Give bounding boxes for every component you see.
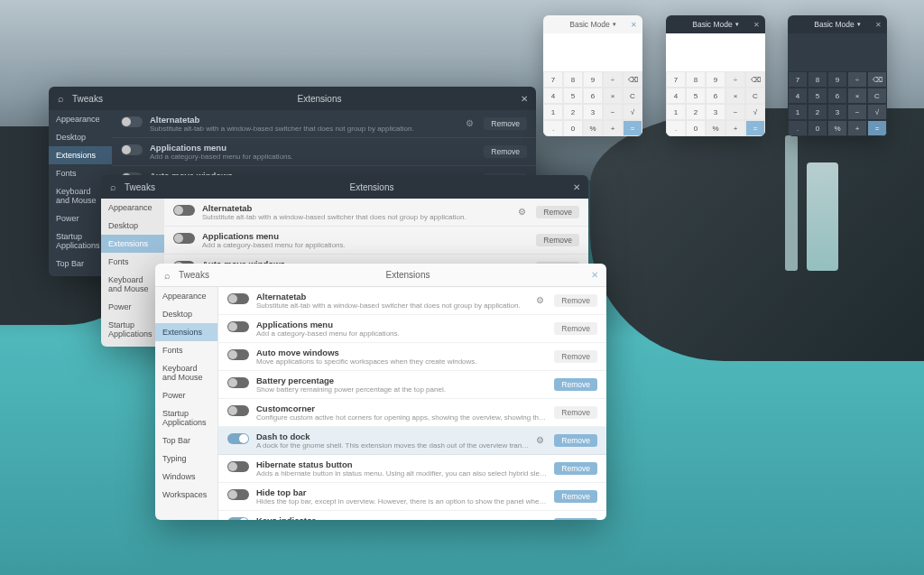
sidebar-item-extensions[interactable]: Extensions — [101, 235, 164, 253]
calc-key-divide[interactable]: ÷ — [603, 71, 623, 88]
mode-label[interactable]: Basic Mode — [692, 20, 732, 29]
calc-key-multiply[interactable]: × — [603, 88, 623, 104]
search-icon[interactable]: ⌕ — [155, 270, 179, 281]
remove-button[interactable]: Remove — [554, 322, 597, 335]
calc-key-multiply[interactable]: × — [725, 88, 745, 104]
calc-key-sqrt[interactable]: √ — [867, 104, 887, 120]
toggle-switch[interactable] — [121, 144, 143, 155]
calc-key-9[interactable]: 9 — [827, 71, 847, 88]
calc-key-minus[interactable]: − — [725, 104, 745, 120]
calc-key-5[interactable]: 5 — [686, 88, 706, 104]
calc-key-4[interactable]: 4 — [666, 88, 686, 104]
sidebar-item-windows[interactable]: Windows — [155, 468, 217, 486]
calc-key-clear[interactable]: C — [623, 88, 642, 104]
calc-key-3[interactable]: 3 — [827, 104, 847, 120]
calc-key-percent[interactable]: % — [706, 120, 725, 136]
remove-button[interactable]: Remove — [554, 462, 597, 475]
calc-key-equals[interactable]: = — [867, 120, 887, 136]
mode-label[interactable]: Basic Mode — [569, 20, 609, 29]
sidebar-item-typing[interactable]: Typing — [155, 450, 217, 468]
chevron-down-icon[interactable]: ▾ — [613, 21, 616, 28]
calc-key-8[interactable]: 8 — [808, 71, 827, 88]
calc-key-backspace[interactable]: ⌫ — [745, 71, 765, 88]
sidebar-item-power[interactable]: Power — [155, 386, 217, 404]
close-icon[interactable]: ✕ — [875, 21, 882, 29]
calc-key-2[interactable]: 2 — [686, 104, 706, 120]
calc-key-equals[interactable]: = — [745, 120, 765, 136]
calc-key-0[interactable]: 0 — [563, 120, 583, 136]
calc-key-dot[interactable]: . — [666, 120, 686, 136]
chevron-down-icon[interactable]: ▾ — [857, 21, 861, 28]
sidebar-item-keyboard-and-mouse[interactable]: Keyboard and Mouse — [155, 359, 217, 386]
sidebar-item-appearance[interactable]: Appearance — [155, 287, 217, 305]
calc-key-1[interactable]: 1 — [666, 104, 686, 120]
remove-button[interactable]: Remove — [484, 117, 527, 130]
calc-key-9[interactable]: 9 — [583, 71, 603, 88]
toggle-switch[interactable] — [173, 205, 195, 216]
toggle-switch[interactable] — [227, 293, 249, 304]
calc-key-backspace[interactable]: ⌫ — [623, 71, 642, 88]
remove-button[interactable]: Remove — [484, 145, 527, 158]
toggle-switch[interactable] — [227, 489, 249, 500]
remove-button[interactable]: Remove — [554, 378, 597, 391]
calc-key-7[interactable]: 7 — [666, 71, 686, 88]
close-icon[interactable]: ✕ — [753, 21, 760, 29]
calc-key-3[interactable]: 3 — [583, 104, 603, 120]
chevron-down-icon[interactable]: ▾ — [735, 21, 739, 28]
calc-key-1[interactable]: 1 — [788, 104, 808, 120]
sidebar-item-fonts[interactable]: Fonts — [155, 341, 217, 359]
toggle-switch[interactable] — [227, 405, 249, 416]
calc-key-equals[interactable]: = — [623, 120, 642, 136]
calc-key-8[interactable]: 8 — [686, 71, 706, 88]
calc-key-clear[interactable]: C — [867, 88, 887, 104]
calc-key-6[interactable]: 6 — [827, 88, 847, 104]
calc-key-1[interactable]: 1 — [543, 104, 563, 120]
sidebar-item-desktop[interactable]: Desktop — [101, 217, 164, 235]
calc-key-divide[interactable]: ÷ — [847, 71, 867, 88]
calc-key-percent[interactable]: % — [827, 120, 847, 136]
remove-button[interactable]: Remove — [554, 294, 597, 307]
calc-key-4[interactable]: 4 — [543, 88, 563, 104]
calc-key-backspace[interactable]: ⌫ — [867, 71, 887, 88]
gear-icon[interactable]: ⚙ — [466, 118, 476, 129]
calc-key-5[interactable]: 5 — [563, 88, 583, 104]
calc-key-6[interactable]: 6 — [706, 88, 725, 104]
toggle-switch[interactable] — [227, 349, 249, 360]
close-icon[interactable]: ✕ — [513, 94, 536, 104]
sidebar-item-appearance[interactable]: Appearance — [101, 199, 164, 217]
calc-key-5[interactable]: 5 — [808, 88, 827, 104]
calc-key-4[interactable]: 4 — [788, 88, 808, 104]
remove-button[interactable]: Remove — [554, 350, 597, 363]
calc-key-3[interactable]: 3 — [706, 104, 725, 120]
toggle-switch[interactable] — [227, 433, 249, 444]
calc-key-minus[interactable]: − — [603, 104, 623, 120]
remove-button[interactable]: Remove — [554, 434, 597, 447]
gear-icon[interactable]: ⚙ — [536, 295, 547, 306]
sidebar-item-startup-applications[interactable]: Startup Applications — [155, 404, 217, 431]
gear-icon[interactable]: ⚙ — [518, 207, 529, 218]
search-icon[interactable]: ⌕ — [49, 93, 72, 104]
remove-button[interactable]: Remove — [536, 234, 579, 246]
sidebar-item-appearance[interactable]: Appearance — [49, 110, 112, 128]
remove-button[interactable]: Remove — [536, 206, 579, 218]
calc-key-6[interactable]: 6 — [583, 88, 603, 104]
calc-key-sqrt[interactable]: √ — [745, 104, 765, 120]
calc-key-8[interactable]: 8 — [563, 71, 583, 88]
calc-key-plus[interactable]: + — [847, 120, 867, 136]
calc-key-9[interactable]: 9 — [706, 71, 725, 88]
mode-label[interactable]: Basic Mode — [814, 20, 854, 29]
sidebar-item-extensions[interactable]: Extensions — [155, 323, 217, 341]
calc-key-0[interactable]: 0 — [686, 120, 706, 136]
calc-key-7[interactable]: 7 — [543, 71, 563, 88]
calc-key-dot[interactable]: . — [543, 120, 563, 136]
calc-key-plus[interactable]: + — [603, 120, 623, 136]
toggle-switch[interactable] — [121, 116, 143, 127]
sidebar-item-desktop[interactable]: Desktop — [155, 305, 217, 323]
close-icon[interactable]: ✕ — [631, 21, 637, 29]
calc-key-2[interactable]: 2 — [808, 104, 827, 120]
toggle-switch[interactable] — [227, 321, 249, 332]
toggle-switch[interactable] — [227, 461, 249, 472]
calc-key-divide[interactable]: ÷ — [725, 71, 745, 88]
gear-icon[interactable]: ⚙ — [536, 435, 547, 446]
calc-key-dot[interactable]: . — [788, 120, 808, 136]
